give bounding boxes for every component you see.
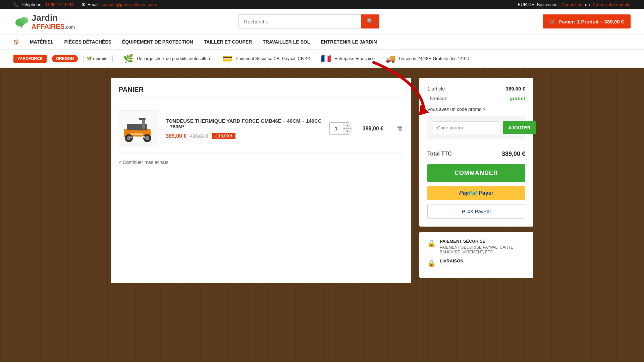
total-label: Total TTC (427, 151, 452, 157)
trust-france: 🇫🇷 Entreprise Française (321, 54, 375, 63)
price-discount: -110,00 € (212, 133, 235, 139)
commander-button[interactable]: COMMANDER (427, 164, 525, 182)
svg-point-1 (20, 17, 28, 24)
paypal4x-logo: P (462, 208, 465, 214)
security-box: 🔒 PAIEMENT SÉCURISÉ PAIEMENT SÉCURISÉ PA… (419, 232, 533, 278)
livraison-value: gratuit (509, 96, 525, 101)
promo-code-input[interactable] (433, 121, 500, 134)
quantity-input[interactable] (330, 124, 343, 133)
svg-text:BRIGGS&: BRIGGS& (130, 132, 143, 135)
bienvenue-label: Bienvenue, (537, 2, 559, 7)
delivery-text: Livraison 24/48H Gratuite dès 149 € (399, 56, 469, 61)
search-bar: 🔍 (238, 14, 379, 28)
logo[interactable]: Jardin — AFFAIRES.com (13, 13, 75, 30)
order-summary: 1 article 389,00 € Livraison gratuit Vou… (419, 78, 533, 283)
motoculture-text: Un large choix de produits motoculture (137, 56, 212, 61)
delivery-icon: 🚚 (385, 54, 395, 63)
article-label: 1 article (427, 86, 445, 92)
quantity-arrows: ▲ ▼ (343, 123, 352, 134)
phone-label: Téléphone: (21, 2, 43, 7)
main-content: PANIER BRIGGS& STRATTON TONDE (104, 78, 540, 283)
header: Jardin — AFFAIRES.com 🔍 🛒 Panier: 1 Prod… (0, 9, 644, 34)
connexion-link[interactable]: Connexion (561, 2, 582, 7)
paypal-button[interactable]: PayPal Payer (427, 186, 525, 200)
svg-point-8 (145, 136, 149, 140)
logo-com: .com (65, 24, 75, 30)
search-input[interactable] (238, 14, 361, 28)
item-total: 389,00 € (356, 126, 390, 132)
price-current: 389,00 € (166, 133, 186, 139)
quantity-up-button[interactable]: ▲ (343, 123, 352, 129)
trust-bar: YARDFORCE OREGON 🌿 mermier 🌿 Un large ch… (0, 50, 644, 68)
email-address[interactable]: contact@jardin-affaires.com (102, 2, 156, 7)
nav-pieces-detachees[interactable]: PIÈCES DÉTACHÉES (64, 35, 112, 49)
security-payment-title: PAIEMENT SÉCURISÉ (440, 239, 525, 244)
quantity-display: ▲ ▼ (330, 123, 349, 134)
cart-button[interactable]: 🛒 Panier: 1 Produit – 389,00 € (543, 14, 631, 28)
logo-affaires: AFFAIRES (32, 23, 65, 30)
trust-logos: YARDFORCE OREGON 🌿 mermier (13, 55, 113, 63)
home-icon: 🏠 (13, 39, 19, 45)
top-bar-left: 📞 Téléphone: 01 85 77 10 43 ✉ Email: con… (13, 2, 156, 7)
nav-materiel[interactable]: MATÉRIEL (30, 35, 54, 49)
mermier-logo: 🌿 mermier (83, 55, 113, 62)
yardforce-logo: YARDFORCE (13, 55, 47, 63)
security-payment-desc: PAIEMENT SÉCURISÉ PAYPAL, CARTE BANCAIRE… (440, 245, 525, 254)
phone-number[interactable]: 01 85 77 10 43 (45, 2, 74, 7)
total-value: 389,00 € (502, 150, 525, 158)
email-label: Email: (88, 2, 100, 7)
svg-rect-10 (139, 118, 146, 120)
currency-selector[interactable]: EUR € ▾ (518, 2, 534, 7)
continue-shopping-link[interactable]: < Continuer mes achats (119, 160, 168, 165)
product-image: BRIGGS& STRATTON (119, 110, 159, 147)
payment-icon: 💳 (222, 54, 232, 63)
svg-text:STRATTON: STRATTON (130, 135, 145, 138)
paypal-payer-label: Payer (479, 190, 493, 196)
france-text: Entreprise Française (334, 56, 375, 61)
svg-rect-9 (142, 119, 145, 129)
cart-title: PANIER (119, 86, 403, 98)
article-value: 389,00 € (506, 86, 525, 92)
phone-info: 📞 Téléphone: 01 85 77 10 43 (13, 2, 74, 7)
promo-question: Vous avez un code promo ? (427, 107, 525, 112)
nav-home[interactable]: 🏠 (13, 35, 19, 49)
cart-section: PANIER BRIGGS& STRATTON TONDE (111, 78, 411, 283)
total-row: Total TTC 389,00 € (427, 150, 525, 158)
livraison-label: Livraison (427, 96, 447, 101)
product-name: TONDEUSE THERMIQUE YARD FORCE GMB46E – 4… (166, 118, 323, 129)
security-payment-info: PAIEMENT SÉCURISÉ PAIEMENT SÉCURISÉ PAYP… (440, 239, 525, 254)
nav-travailler[interactable]: TRAVAILLER LE SOL (263, 35, 310, 49)
nav-entretenir[interactable]: ENTRETENIR LE JARDIN (321, 35, 377, 49)
nav-tailler[interactable]: TAILLER ET COUPER (204, 35, 252, 49)
create-account-link[interactable]: Créez votre compte (593, 2, 631, 7)
motoculture-icon: 🌿 (123, 54, 133, 63)
livraison-row: Livraison gratuit (427, 96, 525, 101)
trust-delivery: 🚚 Livraison 24/48H Gratuite dès 149 € (385, 54, 469, 63)
summary-box: 1 article 389,00 € Livraison gratuit Vou… (419, 78, 533, 227)
payment-text: Paiement Sécurisé CB, Paypal, CB 4X (236, 56, 311, 61)
product-pricing: 389,00 € 499,00 € -110,00 € (166, 133, 323, 139)
paypal4x-button[interactable]: P 4X PayPal (427, 204, 525, 219)
nav-equipement[interactable]: ÉQUIPEMENT DE PROTECTION (122, 35, 193, 49)
security-payment-item: 🔒 PAIEMENT SÉCURISÉ PAIEMENT SÉCURISÉ PA… (427, 239, 525, 254)
product-details: TONDEUSE THERMIQUE YARD FORCE GMB46E – 4… (166, 118, 323, 139)
oregon-logo: OREGON (52, 55, 78, 62)
ou-separator: ou (585, 2, 590, 7)
divider (427, 145, 525, 145)
promo-area-wrapper: AJOUTER (427, 116, 525, 139)
trust-payment: 💳 Paiement Sécurisé CB, Paypal, CB 4X (222, 54, 311, 63)
paypal-logo: PayPal (459, 190, 477, 196)
top-bar-right: EUR € ▾ Bienvenue, Connexion ou Créez vo… (518, 2, 631, 7)
quantity-down-button[interactable]: ▼ (343, 129, 352, 134)
price-original: 499,00 € (190, 133, 208, 139)
security-delivery-item: 🔒 LIVRAISON (427, 258, 525, 267)
delete-item-button[interactable]: 🗑 (396, 125, 403, 132)
promo-add-button[interactable]: AJOUTER (503, 121, 536, 134)
search-button[interactable]: 🔍 (361, 14, 379, 28)
paypal4x-label: 4X PayPal (467, 208, 491, 214)
cart-item: BRIGGS& STRATTON TONDEUSE THERMIQUE YARD… (119, 105, 403, 153)
article-row: 1 article 389,00 € (427, 86, 525, 92)
promo-input-area: AJOUTER (427, 116, 525, 139)
trust-motoculture: 🌿 Un large choix de produits motoculture (123, 54, 212, 63)
france-icon: 🇫🇷 (321, 54, 331, 63)
